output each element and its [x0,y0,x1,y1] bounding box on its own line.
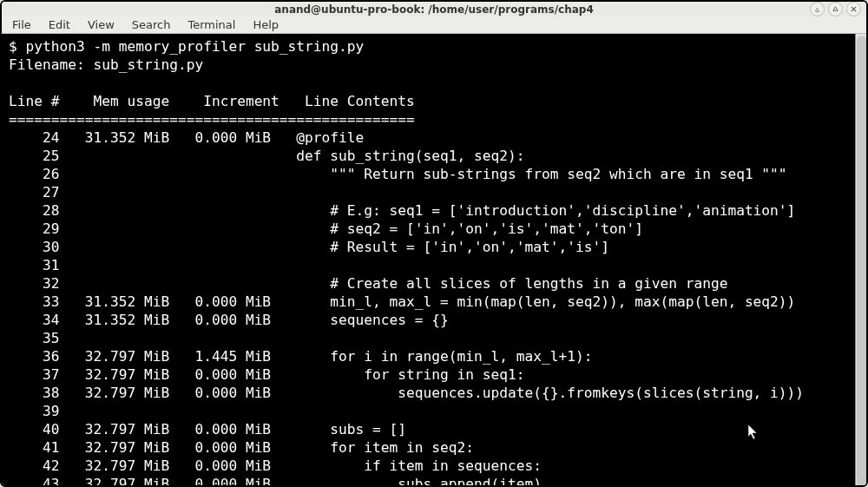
window-controls [810,2,861,16]
titlebar[interactable]: anand@ubuntu-pro-book: /home/user/progra… [2,2,866,16]
window-title: anand@ubuntu-pro-book: /home/user/progra… [274,3,594,16]
menu-edit[interactable]: Edit [42,16,77,33]
scrollbar-thumb[interactable] [857,36,866,487]
svg-point-0 [817,9,819,10]
close-icon [850,5,858,13]
menu-view[interactable]: View [81,16,122,33]
minimize-icon [813,5,821,13]
scrollbar-vertical[interactable] [855,34,866,487]
menu-search[interactable]: Search [125,16,178,33]
maximize-icon [832,5,839,13]
terminal-area: $ python3 -m memory_profiler sub_string.… [2,34,866,487]
maximize-button[interactable] [828,2,843,16]
terminal-window: anand@ubuntu-pro-book: /home/user/progra… [0,0,868,487]
close-button[interactable] [846,2,861,16]
menu-file[interactable]: File [5,16,38,33]
terminal-output[interactable]: $ python3 -m memory_profiler sub_string.… [2,34,855,487]
menu-help[interactable]: Help [246,16,286,33]
menubar: File Edit View Search Terminal Help [2,16,866,34]
menu-terminal[interactable]: Terminal [181,16,242,33]
minimize-button[interactable] [810,2,825,16]
